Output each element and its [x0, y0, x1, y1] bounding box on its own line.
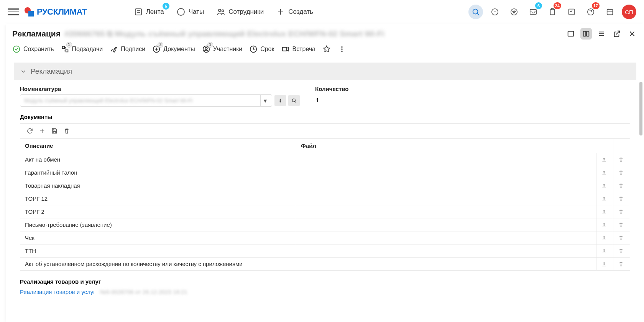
table-row[interactable]: ТОРГ 2 [20, 205, 630, 218]
save-disk-icon[interactable] [51, 127, 58, 134]
comments-button[interactable] [488, 5, 502, 19]
doc-delete-button[interactable] [613, 231, 630, 244]
avatar[interactable]: СП [622, 5, 636, 19]
favorite-star-button[interactable] [322, 45, 331, 53]
nav-feed[interactable]: Лента 6 [130, 5, 168, 19]
meeting-button[interactable]: Встреча [281, 45, 316, 53]
doc-delete-button[interactable] [613, 244, 630, 258]
subtasks-button[interactable]: 1 Подзадачи [61, 45, 103, 53]
doc-delete-button[interactable] [613, 258, 630, 271]
favorites-button[interactable] [507, 5, 521, 19]
doc-description-cell: Чек [20, 231, 296, 244]
doc-upload-button[interactable] [596, 166, 613, 179]
scrollbar-thumb[interactable] [639, 82, 642, 135]
hamburger-menu-button[interactable] [8, 6, 19, 18]
scrollbar[interactable] [639, 82, 642, 318]
employees-icon [216, 7, 225, 17]
section-toggle[interactable]: Рекламация [14, 63, 636, 80]
more-actions-button[interactable] [338, 45, 346, 53]
signatures-label: Подписи [121, 46, 145, 53]
table-row[interactable]: Гарантийный талон [20, 166, 630, 179]
search-nomenclature-button[interactable] [288, 95, 300, 106]
tasks-button[interactable] [564, 5, 579, 19]
nomenclature-select[interactable]: Модуль съёмный управляющий Electrolux EC… [20, 94, 272, 107]
delete-icon[interactable] [63, 127, 70, 134]
doc-upload-button[interactable] [596, 205, 613, 218]
calendar-button[interactable] [603, 5, 617, 19]
trash-icon [618, 196, 624, 202]
calendar-icon-header [606, 8, 614, 16]
svg-point-18 [13, 46, 20, 53]
svg-rect-1 [28, 11, 34, 17]
doc-delete-button[interactable] [613, 218, 630, 231]
svg-point-23 [205, 47, 207, 50]
table-row[interactable]: ТОРГ 12 [20, 192, 630, 205]
col-file[interactable]: Файл [296, 139, 613, 153]
table-row[interactable]: Акт об установленном расхождении по коли… [20, 258, 630, 271]
svg-point-8 [511, 9, 518, 15]
subtasks-label: Подзадачи [72, 46, 103, 53]
nomenclature-field: Номенклатура Модуль съёмный управляющий … [20, 86, 300, 107]
doc-upload-button[interactable] [596, 258, 613, 271]
info-button[interactable] [274, 95, 286, 106]
help-button[interactable]: 17 [583, 5, 598, 19]
magnify-icon [291, 97, 297, 104]
signatures-button[interactable]: Подписи [110, 45, 145, 53]
clipboard-badge: 24 [554, 2, 561, 9]
save-button[interactable]: Сохранить [12, 45, 54, 53]
open-external-button[interactable] [611, 28, 623, 40]
view-list-button[interactable] [596, 28, 607, 40]
clipboard-button[interactable]: 24 [545, 5, 560, 19]
upload-icon [601, 248, 607, 254]
nav-create[interactable]: Создать [272, 5, 317, 19]
trash-icon [618, 222, 624, 228]
doc-file-cell [296, 192, 596, 205]
section-title: Рекламация [31, 67, 72, 76]
doc-upload-button[interactable] [596, 179, 613, 192]
svg-point-5 [222, 10, 224, 12]
doc-upload-button[interactable] [596, 231, 613, 244]
svg-point-26 [341, 46, 343, 48]
nav-employees[interactable]: Сотрудники [212, 5, 268, 19]
doc-upload-button[interactable] [596, 153, 613, 166]
doc-delete-button[interactable] [613, 205, 630, 218]
documents-button[interactable]: 2 Документы [152, 45, 195, 53]
doc-delete-button[interactable] [613, 192, 630, 205]
table-row[interactable]: Акт на обмен [20, 153, 630, 166]
table-row[interactable]: Чек [20, 231, 630, 244]
table-row[interactable]: ТТН [20, 244, 630, 258]
doc-delete-button[interactable] [613, 179, 630, 192]
view-split-button[interactable] [580, 28, 592, 40]
svg-point-31 [292, 99, 295, 102]
search-icon [472, 8, 480, 16]
inbox-button[interactable]: 6 [526, 5, 540, 19]
subtasks-badge: 1 [66, 42, 72, 48]
participants-button[interactable]: 1 Участники [202, 45, 242, 53]
svg-rect-19 [62, 46, 64, 49]
deadline-button[interactable]: Срок [249, 45, 274, 53]
close-button[interactable] [626, 28, 638, 40]
refresh-icon[interactable] [26, 127, 33, 134]
nav-chats[interactable]: Чаты [172, 5, 208, 19]
table-row[interactable]: Письмо-требование (заявление) [20, 218, 630, 231]
svg-rect-17 [586, 31, 589, 36]
view-window-button[interactable] [565, 28, 577, 40]
search-button[interactable] [468, 5, 483, 19]
list-icon [597, 30, 606, 38]
doc-delete-button[interactable] [613, 153, 630, 166]
realization-link[interactable]: Реализация товаров и услуг [20, 289, 95, 295]
svg-rect-15 [568, 31, 574, 36]
logo[interactable]: РУСКЛИМАТ [24, 7, 87, 17]
svg-point-4 [219, 9, 221, 12]
doc-file-cell [296, 205, 596, 218]
doc-delete-button[interactable] [613, 166, 630, 179]
col-description[interactable]: Описание [20, 139, 296, 153]
add-icon[interactable] [39, 127, 46, 134]
documents-badge: 2 [158, 42, 163, 48]
inbox-icon [529, 8, 537, 16]
doc-file-cell [296, 218, 596, 231]
doc-upload-button[interactable] [596, 218, 613, 231]
table-row[interactable]: Товарная накладная [20, 179, 630, 192]
doc-upload-button[interactable] [596, 192, 613, 205]
doc-upload-button[interactable] [596, 244, 613, 258]
